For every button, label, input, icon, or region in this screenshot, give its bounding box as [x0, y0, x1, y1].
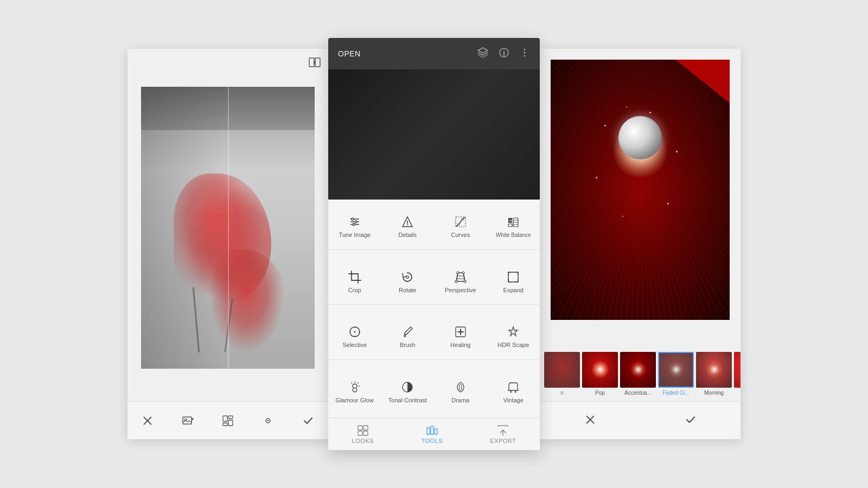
tonal-contrast-label: Tonal Contrast — [388, 397, 427, 404]
more-icon[interactable] — [519, 47, 530, 61]
filter-faded[interactable]: Faded Gl... — [658, 352, 694, 396]
center-preview-area — [328, 69, 540, 200]
tool-vintage[interactable]: Vintage — [487, 369, 540, 413]
svg-rect-77 — [363, 426, 368, 430]
filter-bright[interactable]: Bright — [734, 352, 741, 396]
rotate-label: Rotate — [399, 287, 416, 294]
svg-point-62 — [353, 384, 357, 388]
tool-details[interactable]: Details — [381, 204, 435, 248]
svg-rect-0 — [309, 58, 314, 67]
svg-marker-61 — [509, 327, 518, 336]
right-image-area — [540, 49, 741, 342]
svg-point-48 — [462, 272, 464, 274]
tool-curves[interactable]: Curves — [434, 204, 487, 248]
export-label: EXPORT — [490, 438, 516, 444]
tool-crop[interactable]: Crop — [328, 259, 381, 303]
tool-perspective[interactable]: Perspective — [434, 259, 487, 303]
svg-point-32 — [457, 224, 459, 226]
svg-point-21 — [524, 55, 526, 56]
screen-center: OPEN — [328, 38, 540, 450]
center-bottom-nav: LOOKS TOOLS EXPORT — [328, 418, 540, 450]
svg-point-27 — [353, 223, 355, 226]
svg-point-18 — [503, 50, 505, 51]
svg-point-14 — [267, 420, 269, 421]
tool-expand[interactable]: Expand — [487, 259, 540, 303]
svg-rect-76 — [358, 426, 362, 430]
right-photo — [551, 60, 730, 320]
svg-rect-35 — [508, 224, 512, 227]
svg-point-41 — [406, 275, 409, 278]
right-cancel-button[interactable] — [585, 414, 596, 427]
right-confirm-button[interactable] — [685, 414, 696, 427]
svg-point-26 — [355, 221, 357, 223]
tool-brush[interactable]: Brush — [381, 314, 435, 358]
svg-point-50 — [464, 280, 466, 282]
info-icon[interactable] — [499, 47, 509, 61]
tool-hdr-scape[interactable]: HDR Scape — [487, 314, 540, 358]
right-bottom-bar — [540, 401, 741, 439]
filter-accentuate-label: Accentua... — [624, 390, 652, 396]
tool-selective[interactable]: Selective — [328, 314, 381, 358]
selective-label: Selective — [342, 342, 367, 349]
svg-marker-15 — [478, 48, 488, 53]
vintage-label: Vintage — [503, 397, 524, 404]
tool-tonal-contrast[interactable]: Tonal Contrast — [381, 369, 435, 413]
left-confirm-button[interactable] — [296, 409, 320, 433]
tool-healing[interactable]: Healing — [434, 314, 487, 358]
svg-rect-11 — [228, 416, 233, 419]
svg-point-49 — [455, 280, 457, 282]
details-label: Details — [398, 232, 417, 239]
left-photo — [141, 87, 315, 369]
expand-label: Expand — [503, 287, 524, 294]
svg-rect-51 — [508, 272, 518, 282]
svg-rect-80 — [427, 428, 430, 434]
svg-point-20 — [524, 52, 526, 53]
nav-export[interactable]: EXPORT — [490, 425, 516, 444]
svg-point-30 — [407, 224, 408, 226]
center-top-bar: OPEN — [328, 38, 540, 69]
svg-rect-82 — [435, 429, 437, 434]
compare-icon[interactable] — [309, 56, 321, 71]
screens-container: OPEN — [127, 38, 741, 450]
filter-n[interactable]: n — [544, 352, 580, 396]
tune-button[interactable] — [256, 409, 280, 433]
filter-accentuate[interactable]: Accentua... — [620, 352, 656, 396]
nav-looks[interactable]: LOOKS — [352, 425, 374, 444]
left-bottom-bar — [127, 401, 328, 439]
svg-point-53 — [354, 331, 355, 333]
screen-left — [127, 49, 328, 439]
svg-text:WB: WB — [509, 219, 515, 222]
svg-rect-81 — [431, 426, 433, 434]
left-cancel-button[interactable] — [136, 409, 159, 433]
svg-rect-9 — [223, 416, 227, 421]
svg-point-25 — [352, 218, 354, 220]
hdr-scape-label: HDR Scape — [497, 342, 529, 349]
svg-line-66 — [351, 382, 352, 383]
open-button[interactable]: OPEN — [338, 49, 361, 58]
tool-rotate[interactable]: Rotate — [381, 259, 435, 303]
filter-morning[interactable]: Morning — [696, 352, 732, 396]
svg-point-33 — [462, 219, 463, 220]
looks-label: LOOKS — [352, 438, 374, 444]
filter-pop[interactable]: Pop — [582, 352, 618, 396]
tool-glamour-glow[interactable]: Glamour Glow — [328, 369, 381, 413]
tune-image-label: Tune Image — [339, 232, 371, 239]
filter-button[interactable] — [216, 409, 240, 433]
svg-point-19 — [524, 48, 526, 50]
tool-tune-image[interactable]: Tune Image — [328, 204, 381, 248]
nav-tools[interactable]: TOOLS — [421, 425, 443, 444]
crop-label: Crop — [348, 287, 361, 294]
glamour-glow-label: Glamour Glow — [336, 397, 374, 404]
tool-white-balance[interactable]: WB White Balance — [487, 204, 540, 248]
svg-rect-12 — [228, 420, 233, 426]
tool-drama[interactable]: Drama — [434, 369, 487, 413]
svg-line-65 — [358, 382, 359, 383]
svg-rect-78 — [358, 431, 362, 435]
screen-right: n Pop Accentua... — [540, 49, 741, 439]
svg-rect-10 — [223, 423, 227, 426]
top-icons — [477, 47, 530, 61]
filter-pop-label: Pop — [595, 390, 605, 396]
add-photo-button[interactable] — [176, 409, 200, 433]
layers-icon[interactable] — [477, 47, 489, 61]
filter-faded-label: Faded Gl... — [662, 390, 689, 396]
